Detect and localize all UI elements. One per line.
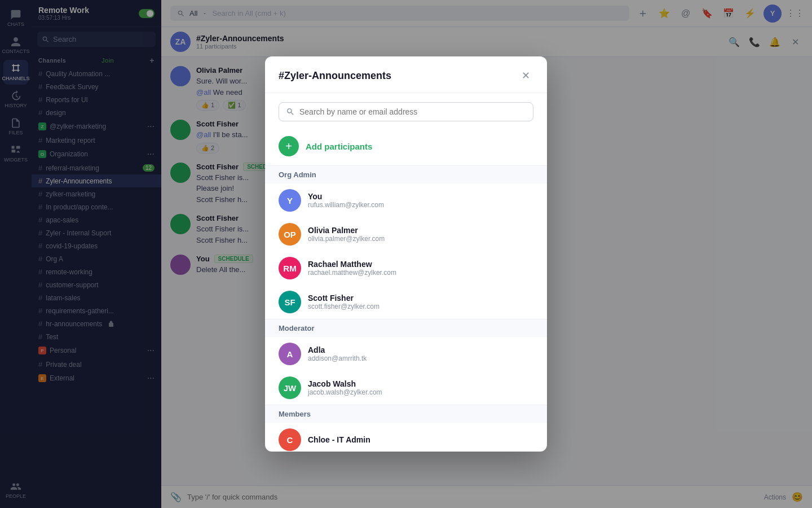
- participant-adla-name: Adla: [308, 345, 533, 354]
- modal-overlay[interactable]: #Zyler-Announcements ✕ + Add participant…: [0, 0, 812, 508]
- participant-olivia-info: Olivia Palmer olivia.palmer@zylker.com: [308, 226, 533, 243]
- participant-olivia-avatar: OP: [279, 223, 301, 246]
- participant-you-info: You rufus.william@zylker.com: [308, 192, 533, 209]
- participant-you[interactable]: Y You rufus.william@zylker.com: [265, 183, 547, 217]
- participant-rachael-avatar: RM: [279, 257, 301, 279]
- participant-olivia[interactable]: OP Olivia Palmer olivia.palmer@zylker.co…: [265, 217, 547, 251]
- participant-adla-avatar: A: [279, 343, 301, 365]
- participant-jacob-avatar: JW: [279, 376, 301, 399]
- participant-rachael-name: Rachael Matthew: [308, 260, 533, 269]
- participant-scott-email: scott.fisher@zylker.com: [308, 303, 533, 310]
- participant-olivia-name: Olivia Palmer: [308, 226, 533, 235]
- participant-jacob[interactable]: JW Jacob Walsh jacob.walsh@zylker.com: [265, 371, 547, 405]
- section-org-admin: Org Admin: [265, 165, 547, 183]
- participant-chloe-avatar: C: [279, 428, 301, 451]
- modal-search-box[interactable]: [279, 102, 533, 121]
- participant-chloe[interactable]: C Chloe - IT Admin: [265, 423, 547, 452]
- participant-rachael-info: Rachael Matthew rachael.matthew@zylker.c…: [308, 260, 533, 277]
- participant-adla-info: Adla addison@amrrith.tk: [308, 345, 533, 362]
- participant-chloe-info: Chloe - IT Admin: [308, 435, 533, 444]
- modal-search-icon: [286, 107, 295, 116]
- participant-scott-info: Scott Fisher scott.fisher@zylker.com: [308, 294, 533, 310]
- participant-you-avatar: Y: [279, 189, 301, 212]
- participant-olivia-email: olivia.palmer@zylker.com: [308, 235, 533, 243]
- section-moderator: Moderator: [265, 319, 547, 337]
- participant-jacob-name: Jacob Walsh: [308, 379, 533, 388]
- modal-title: #Zyler-Announcements: [279, 70, 391, 82]
- add-participants-icon: +: [279, 136, 299, 156]
- modal-search-input[interactable]: [299, 107, 526, 116]
- participant-jacob-info: Jacob Walsh jacob.walsh@zylker.com: [308, 379, 533, 396]
- participant-scott[interactable]: SF Scott Fisher scott.fisher@zylker.com: [265, 285, 547, 319]
- participant-you-email: rufus.william@zylker.com: [308, 201, 533, 209]
- participant-scott-name: Scott Fisher: [308, 294, 533, 303]
- add-participants-row[interactable]: + Add participants: [265, 130, 547, 165]
- participant-jacob-email: jacob.walsh@zylker.com: [308, 388, 533, 396]
- section-members: Members: [265, 405, 547, 423]
- participant-chloe-name: Chloe - IT Admin: [308, 435, 533, 444]
- participant-rachael[interactable]: RM Rachael Matthew rachael.matthew@zylke…: [265, 251, 547, 285]
- add-participants-label: Add participants: [306, 142, 372, 151]
- modal-close-button[interactable]: ✕: [518, 68, 533, 84]
- participant-scott-avatar: SF: [279, 291, 301, 313]
- participants-modal: #Zyler-Announcements ✕ + Add participant…: [265, 56, 547, 452]
- participant-adla[interactable]: A Adla addison@amrrith.tk: [265, 337, 547, 371]
- participant-adla-email: addison@amrrith.tk: [308, 354, 533, 362]
- modal-body: Org Admin Y You rufus.william@zylker.com…: [265, 165, 547, 452]
- modal-header: #Zyler-Announcements ✕: [265, 56, 547, 93]
- participant-you-name: You: [308, 192, 533, 201]
- participant-rachael-email: rachael.matthew@zylker.com: [308, 269, 533, 277]
